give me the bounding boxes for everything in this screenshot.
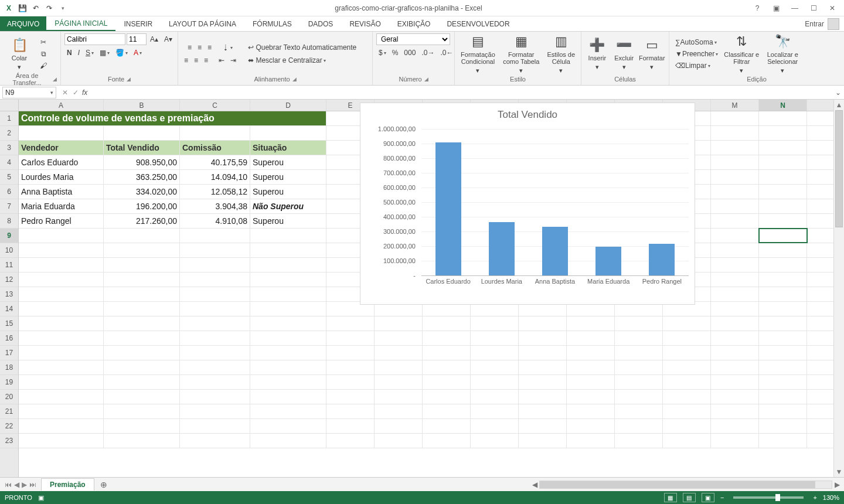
cell[interactable]	[180, 331, 250, 345]
cell[interactable]: Superou	[250, 185, 326, 199]
cell[interactable]	[567, 346, 615, 360]
cell[interactable]	[519, 390, 567, 404]
cell[interactable]	[759, 302, 807, 316]
cell[interactable]	[759, 375, 807, 389]
tab-inserir[interactable]: INSERIR	[115, 16, 161, 31]
cell[interactable]	[711, 390, 759, 404]
cell[interactable]	[104, 360, 180, 374]
cell[interactable]	[471, 390, 519, 404]
cell[interactable]	[519, 404, 567, 418]
cell[interactable]	[711, 419, 759, 433]
cell[interactable]	[759, 199, 807, 213]
cell[interactable]	[423, 316, 471, 331]
row-header[interactable]: 9	[0, 229, 18, 243]
cell[interactable]	[104, 390, 180, 404]
row-header[interactable]: 21	[0, 404, 18, 419]
undo-icon[interactable]: ↶	[30, 3, 41, 13]
cell[interactable]	[104, 331, 180, 345]
hscroll-left-icon[interactable]: ◀	[530, 481, 539, 489]
chart-bar[interactable]	[489, 222, 515, 275]
cut-button[interactable]: ✂	[38, 37, 49, 47]
cell[interactable]: Superou	[250, 170, 326, 184]
cell[interactable]	[250, 287, 326, 301]
cell[interactable]: Controle de volume de vendas e premiação	[19, 111, 326, 125]
close-icon[interactable]: ✕	[826, 2, 838, 14]
font-color-button[interactable]: A▾	[131, 47, 144, 58]
cell[interactable]: 217.260,00	[104, 214, 180, 228]
chart-bar[interactable]	[595, 247, 621, 275]
cell[interactable]	[19, 404, 104, 418]
column-header[interactable]: N	[759, 100, 807, 111]
cell[interactable]	[19, 346, 104, 360]
vscroll-thumb[interactable]	[835, 110, 843, 227]
cell[interactable]	[759, 273, 807, 287]
cell[interactable]: Superou	[250, 214, 326, 228]
cell[interactable]	[567, 434, 615, 448]
cell[interactable]	[711, 287, 759, 301]
chart-bar[interactable]	[542, 227, 568, 276]
row-header[interactable]: 12	[0, 273, 18, 287]
cell[interactable]: Maria Eduarda	[19, 199, 104, 213]
cell[interactable]	[567, 390, 615, 404]
cell[interactable]	[423, 375, 471, 389]
cell[interactable]	[759, 214, 807, 228]
embedded-chart[interactable]: Total Vendido -100.000,00200.000,00300.0…	[360, 103, 695, 305]
autosum-button[interactable]: ∑ AutoSoma▾	[673, 37, 719, 47]
cell[interactable]	[423, 390, 471, 404]
cell[interactable]	[711, 331, 759, 345]
cell[interactable]	[250, 273, 326, 287]
cell[interactable]	[250, 434, 326, 448]
column-header[interactable]: B	[104, 100, 180, 111]
cell[interactable]	[711, 273, 759, 287]
row-header[interactable]: 2	[0, 126, 18, 141]
cell[interactable]	[759, 185, 807, 199]
cell[interactable]	[104, 229, 180, 243]
cell[interactable]	[250, 419, 326, 433]
cell[interactable]	[180, 375, 250, 389]
expand-formula-bar-icon[interactable]: ⌄	[832, 88, 844, 97]
insert-cells-button[interactable]: ➕Inserir▾	[585, 35, 610, 73]
row-header[interactable]: 8	[0, 214, 18, 229]
cell[interactable]	[663, 390, 711, 404]
font-size-combo[interactable]	[127, 33, 147, 45]
cell[interactable]	[375, 390, 423, 404]
clipboard-launcher-icon[interactable]: ◢	[53, 76, 57, 82]
cell[interactable]: Vendedor	[19, 141, 104, 155]
tab-layout-da-página[interactable]: LAYOUT DA PÁGINA	[161, 16, 244, 31]
sheet-nav-prev-icon[interactable]: ◀	[14, 481, 19, 489]
cell[interactable]	[759, 346, 807, 360]
chart-bar[interactable]	[435, 142, 461, 275]
cell[interactable]	[759, 404, 807, 418]
cell[interactable]	[250, 229, 326, 243]
cell[interactable]	[375, 419, 423, 433]
hscroll-thumb[interactable]	[540, 481, 815, 488]
alignment-launcher-icon[interactable]: ◢	[292, 76, 297, 82]
cell[interactable]	[180, 404, 250, 418]
sheet-nav-next-icon[interactable]: ▶	[22, 481, 27, 489]
cell[interactable]	[759, 434, 807, 448]
cell[interactable]	[663, 375, 711, 389]
cell[interactable]	[759, 229, 807, 243]
cell[interactable]	[759, 170, 807, 184]
tab-file[interactable]: ARQUIVO	[0, 16, 46, 31]
cell[interactable]	[471, 331, 519, 345]
cell[interactable]	[19, 360, 104, 374]
cell[interactable]	[19, 302, 104, 316]
cell[interactable]	[250, 316, 326, 331]
cell[interactable]	[567, 316, 615, 331]
cell[interactable]	[19, 287, 104, 301]
cell[interactable]	[326, 390, 375, 404]
cell[interactable]	[326, 404, 375, 418]
cell[interactable]	[19, 316, 104, 331]
cell[interactable]: Superou	[250, 155, 326, 169]
cell[interactable]	[19, 258, 104, 272]
merge-center-button[interactable]: ⬌ Mesclar e Centralizar▾	[246, 55, 328, 66]
page-layout-view-button[interactable]: ▤	[683, 493, 696, 502]
hscroll-right-icon[interactable]: ▶	[832, 481, 842, 489]
cell[interactable]	[326, 375, 375, 389]
cell[interactable]	[250, 346, 326, 360]
cell[interactable]	[180, 434, 250, 448]
cell[interactable]	[711, 434, 759, 448]
horizontal-scrollbar[interactable]	[539, 481, 832, 489]
cell[interactable]	[759, 258, 807, 272]
